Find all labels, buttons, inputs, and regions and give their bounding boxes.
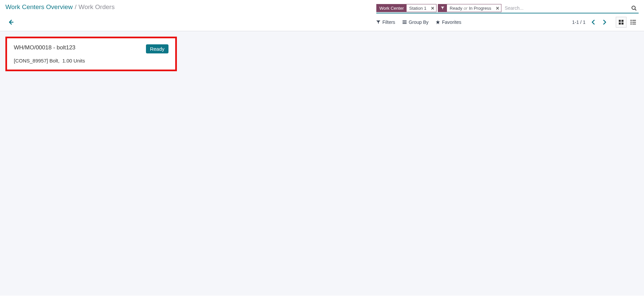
list-view-icon bbox=[631, 20, 636, 25]
work-order-card[interactable]: WH/MO/00018 - bolt123 Ready [CONS_89957]… bbox=[5, 37, 177, 71]
svg-rect-1 bbox=[619, 20, 621, 22]
card-header-row: WH/MO/00018 - bolt123 Ready bbox=[14, 44, 168, 58]
breadcrumb-current: Work Orders bbox=[79, 3, 115, 11]
svg-rect-5 bbox=[631, 20, 632, 21]
star-icon bbox=[436, 20, 440, 24]
svg-rect-4 bbox=[621, 23, 623, 25]
svg-rect-10 bbox=[632, 24, 636, 25]
back-button[interactable] bbox=[5, 18, 16, 26]
search-button[interactable] bbox=[629, 5, 639, 11]
control-bar: Filters Group By Favorites 1-1 / 1 bbox=[0, 13, 644, 31]
facet-remove-status[interactable] bbox=[494, 7, 501, 10]
groupby-dropdown[interactable]: Group By bbox=[403, 19, 428, 25]
header-row: Work Centers Overview / Work Orders Work… bbox=[0, 0, 644, 13]
search-icon bbox=[631, 5, 637, 11]
search-panel-container: Work Center Station 1 Ready or In Progre… bbox=[376, 3, 639, 13]
card-title: WH/MO/00018 - bolt123 bbox=[14, 44, 75, 51]
svg-rect-2 bbox=[621, 20, 623, 22]
facet-status-v1: Ready bbox=[450, 6, 462, 11]
facet-status-or: or bbox=[464, 6, 468, 11]
filters-label: Filters bbox=[382, 19, 395, 25]
pager-prev[interactable] bbox=[590, 19, 597, 25]
filter-icon bbox=[441, 6, 444, 10]
svg-rect-3 bbox=[619, 23, 621, 25]
arrow-left-icon bbox=[8, 19, 13, 25]
chevron-right-icon bbox=[603, 20, 606, 25]
svg-rect-6 bbox=[632, 20, 636, 21]
chevron-left-icon bbox=[592, 20, 595, 25]
pager-next[interactable] bbox=[601, 19, 608, 25]
search-bar: Work Center Station 1 Ready or In Progre… bbox=[376, 3, 639, 13]
pager-group: 1-1 / 1 bbox=[572, 17, 639, 28]
svg-rect-7 bbox=[631, 22, 632, 23]
kanban-content: WH/MO/00018 - bolt123 Ready [CONS_89957]… bbox=[0, 31, 644, 296]
filter-icon bbox=[376, 20, 380, 24]
breadcrumb-parent-link[interactable]: Work Centers Overview bbox=[5, 3, 73, 11]
breadcrumb-separator: / bbox=[75, 3, 76, 11]
facet-value-workcenter: Station 1 bbox=[407, 5, 429, 12]
search-input[interactable] bbox=[503, 5, 628, 11]
status-badge: Ready bbox=[146, 44, 168, 53]
page-count: 1-1 / 1 bbox=[572, 19, 585, 25]
kanban-icon bbox=[619, 20, 623, 25]
facet-label-workcenter: Work Center bbox=[377, 4, 407, 12]
breadcrumb: Work Centers Overview / Work Orders bbox=[5, 3, 115, 11]
search-facet-workcenter: Work Center Station 1 bbox=[376, 4, 437, 12]
view-list-button[interactable] bbox=[628, 17, 639, 28]
close-icon bbox=[431, 7, 434, 10]
facet-label-status bbox=[438, 4, 447, 12]
svg-point-0 bbox=[632, 6, 635, 9]
svg-rect-8 bbox=[632, 22, 636, 23]
facet-status-v2: In Progress bbox=[469, 6, 491, 11]
view-kanban-button[interactable] bbox=[616, 17, 627, 28]
close-icon bbox=[496, 7, 499, 10]
view-switcher bbox=[616, 17, 639, 28]
list-icon bbox=[403, 20, 407, 24]
filters-dropdown[interactable]: Filters bbox=[376, 19, 395, 25]
search-facet-status: Ready or In Progress bbox=[438, 4, 501, 12]
control-right: Filters Group By Favorites 1-1 / 1 bbox=[376, 17, 639, 28]
svg-rect-9 bbox=[631, 24, 632, 25]
filter-group: Filters Group By Favorites bbox=[376, 19, 461, 25]
card-subtitle: [CONS_89957] Bolt, 1.00 Units bbox=[14, 58, 168, 63]
favorites-label: Favorites bbox=[442, 19, 461, 25]
facet-remove-workcenter[interactable] bbox=[429, 7, 436, 10]
groupby-label: Group By bbox=[409, 19, 428, 25]
facet-value-status: Ready or In Progress bbox=[447, 5, 494, 12]
favorites-dropdown[interactable]: Favorites bbox=[436, 19, 461, 25]
